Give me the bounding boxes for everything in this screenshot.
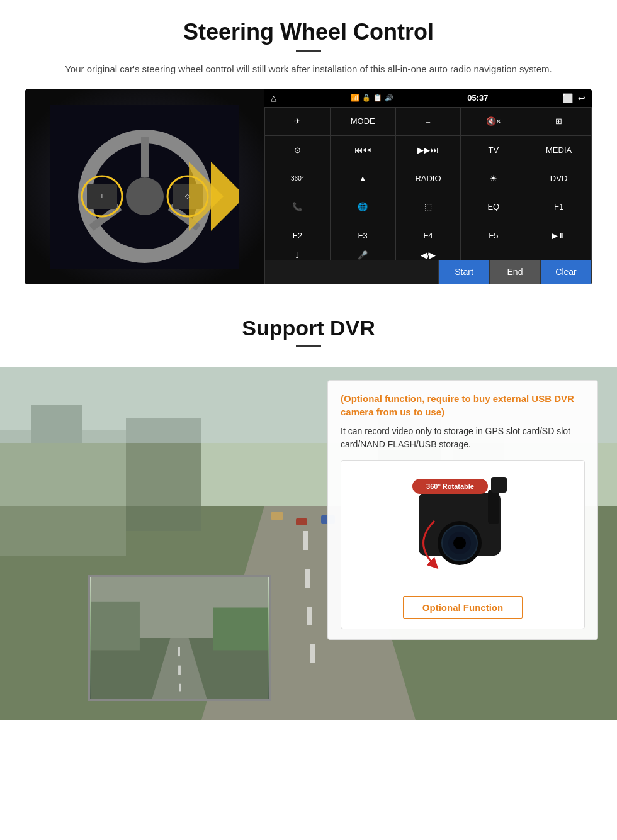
svg-rect-20 [310, 644, 315, 663]
unit-button-grid: ✈ MODE ≡ 🔇× ⊞ ⊙ ⏮◀◀ ▶▶⏭ TV MEDIA 360° ▲ … [264, 107, 592, 260]
unit-bottom-controls: Start End Clear [264, 260, 592, 284]
dvr-header: Support DVR [0, 297, 617, 367]
dvr-background-photo: (Optional function, require to buy exter… [0, 367, 617, 720]
f5-button[interactable]: F5 [461, 221, 526, 249]
dvr-thumb-inner [90, 577, 269, 699]
eject-button[interactable]: ▲ [331, 164, 395, 192]
dvr-info-card: (Optional function, require to buy exter… [327, 380, 598, 640]
eq-button[interactable]: EQ [461, 193, 526, 221]
f3-button[interactable]: F3 [331, 221, 395, 249]
steering-wheel-svg: + ◇ [50, 105, 239, 269]
dvd-button[interactable]: DVD [526, 164, 591, 192]
status-icons: 📶 🔒 📋 🔊 [351, 94, 393, 102]
wifi-icon: 📶 [351, 94, 359, 102]
svg-rect-17 [303, 531, 308, 550]
nav-button[interactable]: ✈ [265, 108, 330, 135]
start-button[interactable]: Start [439, 260, 489, 284]
steering-content-area: + ◇ △ 📶 🔒 📋 🔊 05:37 [25, 89, 592, 284]
svg-point-42 [453, 537, 466, 549]
svg-rect-21 [0, 430, 126, 556]
window-icon[interactable]: ⬜ [562, 93, 573, 103]
dvr-description: It can record video only to storage in G… [341, 425, 585, 451]
svg-rect-34 [178, 665, 181, 675]
sim-icon: 📋 [373, 94, 382, 102]
radio-button[interactable]: RADIO [396, 164, 461, 192]
mic-button[interactable]: 🎤 [331, 250, 395, 260]
svg-rect-44 [491, 477, 507, 493]
dvr-image-area: (Optional function, require to buy exter… [0, 367, 617, 720]
f2-button[interactable]: F2 [265, 221, 330, 249]
clear-button[interactable]: Clear [541, 260, 591, 284]
skip-button[interactable]: ◀/▶ [396, 250, 461, 260]
audio-icon: 🔊 [385, 94, 393, 102]
dvr-section: Support DVR [0, 297, 617, 720]
svg-rect-33 [178, 647, 180, 656]
unit-top-bar: △ 📶 🔒 📋 🔊 05:37 ⬜ ↩ [264, 89, 592, 107]
dvr-thumbnail [88, 575, 271, 701]
mode-button[interactable]: MODE [331, 108, 395, 135]
phone-button[interactable]: 📞 [265, 193, 330, 221]
screen-button[interactable]: ⬚ [396, 193, 461, 221]
web-button[interactable]: 🌐 [331, 193, 395, 221]
svg-rect-27 [296, 518, 307, 525]
steering-section: Steering Wheel Control Your original car… [0, 0, 617, 297]
f1-button[interactable]: F1 [526, 193, 591, 221]
media-button[interactable]: MEDIA [526, 136, 591, 164]
prev-button[interactable]: ⏮◀◀ [331, 136, 395, 164]
optional-function-button[interactable]: Optional Function [403, 596, 523, 619]
dvr-title: Support DVR [25, 316, 592, 340]
brightness-button[interactable]: ☀ [461, 164, 526, 192]
dvr-camera-visual: 360° Rotatable [351, 471, 574, 596]
steering-description: Your original car's steering wheel contr… [50, 62, 567, 77]
right-icons: ⬜ ↩ [562, 93, 586, 103]
svg-rect-35 [179, 683, 181, 691]
svg-rect-36 [91, 601, 140, 650]
dvr-thumb-svg [90, 577, 269, 699]
svg-point-2 [126, 177, 164, 215]
steering-wheel-inner: + ◇ [25, 89, 264, 284]
time-display: 05:37 [467, 93, 488, 103]
settings-button[interactable]: ⊙ [265, 136, 330, 164]
menu-button[interactable]: ≡ [396, 108, 461, 135]
svg-rect-43 [488, 490, 499, 524]
cam360-button[interactable]: 360° [265, 164, 330, 192]
next-button[interactable]: ▶▶⏭ [396, 136, 461, 164]
svg-rect-26 [271, 512, 283, 520]
svg-rect-18 [305, 569, 310, 588]
dvr-optional-text: (Optional function, require to buy exter… [341, 392, 585, 418]
f4-button[interactable]: F4 [396, 221, 461, 249]
dvr-camera-box: 360° Rotatable Optional Function [341, 460, 585, 629]
dvr-camera-svg: 360° Rotatable [381, 474, 545, 593]
tv-button[interactable]: TV [461, 136, 526, 164]
svg-rect-37 [213, 607, 268, 650]
music-button[interactable]: ♩ [265, 250, 330, 260]
dvr-title-underline [296, 345, 321, 347]
home-icon[interactable]: △ [271, 94, 276, 103]
steering-wheel-photo: + ◇ [25, 89, 264, 284]
svg-text:+: + [100, 193, 104, 199]
unit-panel: △ 📶 🔒 📋 🔊 05:37 ⬜ ↩ ✈ MODE ≡ [264, 89, 592, 284]
empty1 [461, 250, 526, 260]
bottom-spacer [265, 260, 438, 284]
empty2 [526, 250, 591, 260]
mute-button[interactable]: 🔇× [461, 108, 526, 135]
svg-text:360° Rotatable: 360° Rotatable [426, 483, 474, 490]
title-underline [296, 50, 321, 52]
svg-rect-19 [307, 607, 312, 625]
grid-button[interactable]: ⊞ [526, 108, 591, 135]
playpause-button[interactable]: ▶⏸ [526, 221, 591, 249]
steering-title: Steering Wheel Control [25, 19, 592, 45]
back-icon[interactable]: ↩ [578, 93, 586, 103]
lock-icon: 🔒 [362, 94, 371, 102]
end-button[interactable]: End [490, 260, 540, 284]
